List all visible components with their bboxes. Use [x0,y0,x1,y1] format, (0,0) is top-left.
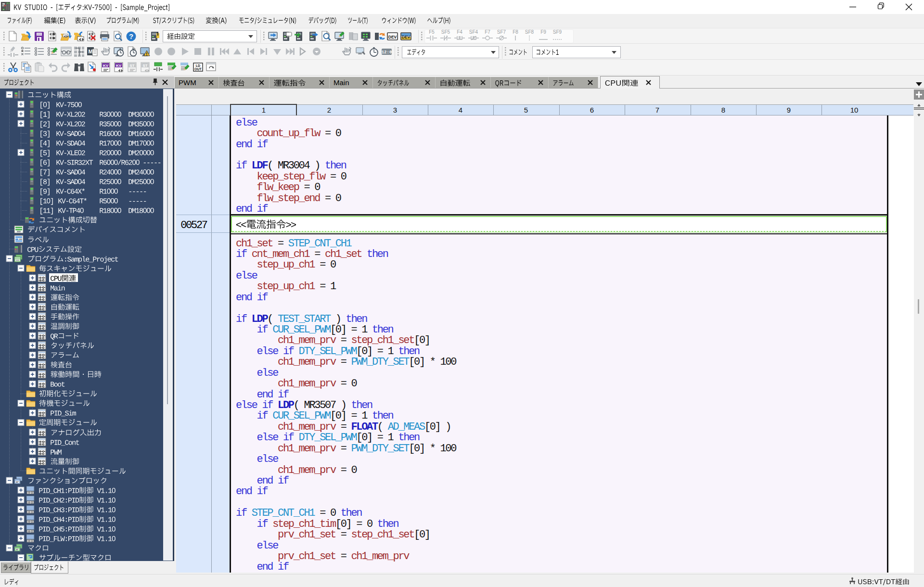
svg-text:OUT: OUT [194,67,202,71]
svg-text:12:0: 12:0 [382,50,392,55]
svg-text:DEV: DEV [402,35,411,39]
svg-text:M: M [89,49,93,54]
svg-text:ST: ST [142,64,147,68]
svg-text:KV: KV [103,64,109,68]
svg-text:LD: LD [195,64,200,67]
svg-text:?: ? [129,32,133,40]
svg-text:KV: KV [116,64,122,68]
svg-text:ST: ST [129,64,134,68]
svg-text:DEV: DEV [388,35,397,39]
